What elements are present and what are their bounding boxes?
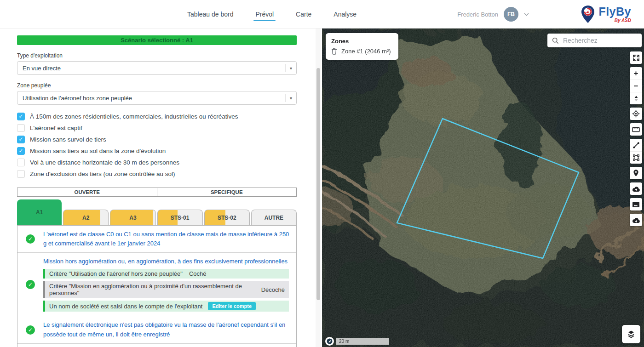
- checkbox-row-survol-tiers[interactable]: Mission sans survol de tiers: [17, 134, 297, 145]
- checkbox[interactable]: [17, 170, 25, 178]
- map-search[interactable]: [547, 34, 642, 47]
- draw-polygon-button[interactable]: [630, 151, 642, 164]
- avatar[interactable]: FB: [504, 7, 518, 22]
- satellite-map: [322, 28, 644, 347]
- requirement-text: L'aéronef est de classe C0 ou C1 ou sans…: [43, 230, 290, 248]
- app-logo: FlyBy By ASD: [580, 5, 631, 24]
- field-label-type-exploitation: Type d'exploitation: [17, 52, 297, 59]
- requirement-row: Le pilote doit être titulaire d'une atte…: [17, 344, 296, 347]
- draw-line-button[interactable]: [630, 139, 642, 151]
- cloud-upload-icon: [632, 186, 640, 192]
- main-nav: Tableau de bord Prévol Carte Analyse: [176, 0, 368, 28]
- zones-panel: Zones Zone #1 (2046 m²): [326, 33, 398, 60]
- map-panel[interactable]: Zones Zone #1 (2046 m²) + −: [322, 28, 644, 347]
- ruler-icon: [632, 127, 640, 132]
- category-specifique: SPECIFIQUE: [157, 188, 297, 196]
- requirement-row: ✓ L'aéronef est de classe C0 ou C1 ou sa…: [17, 226, 296, 253]
- cloud-download-button[interactable]: [630, 214, 642, 226]
- tab-sts-01[interactable]: STS-01: [157, 210, 203, 225]
- requirement-row: ✓ Mission hors agglomération ou, en aggl…: [17, 253, 296, 316]
- trash-icon[interactable]: [331, 48, 337, 55]
- chevron-down-icon: ▾: [285, 64, 296, 72]
- map-toolbar: + −: [630, 51, 642, 226]
- conditions-checklist: À 150m des zones résidentielles, commerc…: [17, 111, 297, 180]
- select-value: Utilisation de l'aéronef hors zone peupl…: [23, 95, 132, 102]
- checkbox[interactable]: [17, 136, 25, 143]
- requirement-text: Le signalement électronique n'est pas ob…: [43, 320, 290, 339]
- nav-tab-prevol[interactable]: Prévol: [244, 0, 285, 28]
- checkbox-row-captif[interactable]: L'aéronef est captif: [17, 122, 297, 134]
- add-marker-button[interactable]: [630, 167, 642, 179]
- criteria-state: Coché: [189, 270, 207, 277]
- tab-a2[interactable]: A2: [63, 210, 109, 225]
- tab-a3[interactable]: A3: [110, 210, 155, 225]
- zoom-control: + −: [630, 67, 642, 104]
- nav-tab-analyse[interactable]: Analyse: [322, 0, 368, 28]
- flyby-mini-icon: [327, 338, 333, 344]
- tab-a1[interactable]: A1: [17, 199, 62, 225]
- edit-account-button[interactable]: Editer le compte: [208, 302, 256, 310]
- app-header: Tableau de bord Prévol Carte Analyse Fre…: [0, 0, 644, 28]
- requirement-row: ✓ Le signalement électronique n'est pas …: [17, 316, 296, 343]
- fullscreen-button[interactable]: [630, 51, 642, 64]
- user-name: Frederic Botton: [457, 11, 498, 18]
- locate-button[interactable]: [630, 108, 642, 120]
- search-input[interactable]: [563, 37, 637, 44]
- checkbox[interactable]: [17, 147, 25, 155]
- chevron-down-icon: ▾: [285, 94, 296, 102]
- checkbox-row-150m[interactable]: À 150m des zones résidentielles, commerc…: [17, 111, 297, 122]
- plus-icon: +: [634, 69, 638, 77]
- checkbox-label: Zone d'exclusion des tiers (ou zone cont…: [30, 171, 175, 177]
- fullscreen-icon: [632, 54, 640, 62]
- user-menu[interactable]: Frederic Botton FB: [457, 0, 529, 28]
- logo-name: FlyBy: [598, 6, 631, 17]
- checkbox-label: À 150m des zones résidentielles, commerc…: [30, 113, 238, 120]
- imagery-button[interactable]: [630, 198, 642, 210]
- zoom-in-button[interactable]: +: [630, 67, 642, 80]
- image-icon: [632, 201, 640, 208]
- criteria-row: Critère "Utilisation de l'aéronef hors z…: [43, 269, 289, 279]
- checkbox-label: L'aéronef est captif: [30, 125, 82, 131]
- checkbox-row-exclusion[interactable]: Zone d'exclusion des tiers (ou zone cont…: [17, 168, 297, 180]
- layers-button[interactable]: [622, 325, 640, 343]
- category-header: OUVERTE SPECIFIQUE: [17, 188, 297, 197]
- up-down-arrows-icon: [633, 95, 639, 102]
- checkbox-label: Mission sans tiers au sol dans la zone d…: [30, 148, 166, 154]
- requirements-list: ✓ L'aéronef est de classe C0 ou C1 ou sa…: [17, 225, 297, 347]
- checkbox-row-30m[interactable]: Vol à une distance horizontale de 30 m d…: [17, 157, 297, 168]
- measure-button[interactable]: [630, 123, 642, 136]
- prevol-panel: Scénario sélectionné : A1 Type d'exploit…: [0, 28, 322, 347]
- checkbox[interactable]: [17, 113, 25, 120]
- layers-icon: [627, 330, 636, 339]
- tab-autre[interactable]: AUTRE: [251, 210, 297, 225]
- cloud-download-icon: [632, 217, 640, 223]
- scrollbar-thumb[interactable]: [316, 68, 320, 300]
- cloud-upload-button[interactable]: [630, 182, 642, 195]
- zone-peuplee-select[interactable]: Utilisation de l'aéronef hors zone peupl…: [17, 91, 297, 105]
- tab-sts-02[interactable]: STS-02: [204, 210, 250, 225]
- search-icon: [552, 37, 559, 44]
- minus-icon: −: [634, 82, 638, 90]
- requirement-text: Mission hors agglomération ou, en agglom…: [43, 257, 289, 266]
- zones-title: Zones: [331, 38, 391, 45]
- checkbox[interactable]: [17, 124, 25, 132]
- criteria-row: Critère "Mission en agglomération ou à p…: [43, 281, 289, 298]
- category-ouverte: OUVERTE: [17, 188, 157, 196]
- checkbox-row-tiers-sol[interactable]: Mission sans tiers au sol dans la zone d…: [17, 145, 297, 157]
- select-value: En vue directe: [23, 65, 61, 72]
- nav-tab-tableau-de-bord[interactable]: Tableau de bord: [176, 0, 244, 28]
- zone-list-item[interactable]: Zone #1 (2046 m²): [331, 48, 391, 55]
- field-label-zone-peuplee: Zone peuplée: [17, 82, 297, 89]
- draw-tools: [630, 139, 642, 164]
- check-circle-icon: ✓: [26, 280, 35, 289]
- type-exploitation-select[interactable]: En vue directe ▾: [17, 61, 297, 75]
- criteria-text: Critère "Mission en agglomération ou à p…: [49, 283, 255, 296]
- scenario-banner: Scénario sélectionné : A1: [17, 35, 297, 45]
- map-attribution-logo[interactable]: [325, 337, 334, 346]
- zoom-out-button[interactable]: −: [630, 80, 642, 92]
- nav-tab-carte[interactable]: Carte: [285, 0, 322, 28]
- criteria-text: Un nom de société est saisi dans le comp…: [49, 303, 202, 310]
- criteria-text: Critère "Utilisation de l'aéronef hors z…: [49, 270, 183, 277]
- checkbox[interactable]: [17, 159, 25, 166]
- zoom-slider-button[interactable]: [630, 92, 642, 104]
